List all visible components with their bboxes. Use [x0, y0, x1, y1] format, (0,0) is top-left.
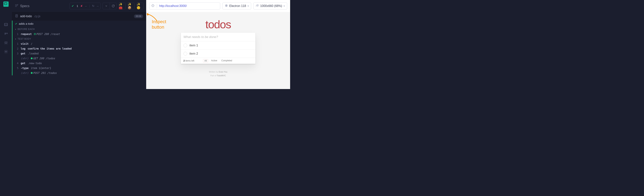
svg-point-12 — [153, 6, 153, 6]
rerun-button[interactable] — [110, 3, 117, 9]
command-row[interactable]: 1 visit / — [12, 41, 146, 46]
wand-package-button[interactable]: ✨📦 — [128, 3, 134, 9]
settings-nav-icon[interactable] — [4, 49, 8, 54]
command-row[interactable]: 5 -type item 1{enter} — [12, 66, 146, 70]
spec-file-row[interactable]: add-todo .cy.js 00:06 — [12, 12, 146, 21]
selector-playground-icon[interactable] — [151, 4, 154, 8]
url-box[interactable]: http://localhost:3000/ — [149, 3, 220, 10]
fail-x-icon: ✘ — [80, 4, 83, 8]
chevron-down-icon: ▾ — [284, 5, 285, 7]
next-test-button[interactable] — [102, 3, 110, 9]
test-title: adds a todo — [19, 22, 33, 25]
pending-icon: ↻ — [92, 4, 94, 8]
test-pass-icon: ✔ — [15, 22, 17, 25]
xhr-row[interactable]: (xhr) POST 201 /todos — [12, 70, 146, 75]
test-body: ✔ adds a todo ▾ BEFORE EACH 1 request PO… — [12, 21, 146, 75]
reporter-header: Specs ✔ 1 ✘ -- | ↻ -- ✨🧰 ✨📦 ✨😊 — [12, 0, 146, 12]
aut-header: http://localhost:3000/ Electron 118 ▾ 10… — [146, 0, 290, 12]
command-row[interactable]: 2 log confirm the items are loaded — [12, 46, 146, 51]
before-each-header[interactable]: ▾ BEFORE EACH — [12, 27, 146, 32]
spec-ext: .cy.js — [34, 15, 40, 18]
pass-check-icon: ✔ — [72, 4, 74, 8]
left-rail — [0, 0, 12, 89]
chevron-down-icon: ▾ — [15, 38, 16, 40]
todos-heading: todos — [206, 18, 231, 31]
pending-count: -- — [97, 5, 99, 8]
wand-toolbox-button[interactable]: ✨🧰 — [118, 3, 126, 9]
svg-point-13 — [226, 6, 226, 6]
file-icon — [15, 14, 18, 18]
items-left: 2 items left — [184, 59, 194, 62]
command-row[interactable]: 4 get .new-todo — [12, 61, 146, 66]
todo-item[interactable]: item 1 — [181, 41, 256, 50]
pass-count: 1 — [77, 5, 78, 8]
svg-marker-17 — [146, 14, 149, 16]
status-dot-icon — [31, 57, 33, 59]
svg-point-7 — [7, 34, 8, 34]
filter-active[interactable]: Active — [210, 59, 218, 62]
test-title-row[interactable]: ✔ adds a todo — [12, 21, 146, 27]
spec-duration: 00:06 — [134, 14, 143, 18]
aut-panel: http://localhost:3000/ Electron 118 ▾ 10… — [146, 0, 290, 89]
browser-picker[interactable]: Electron 118 ▾ — [222, 3, 251, 10]
command-row[interactable]: 3 get .loaded — [12, 51, 146, 56]
viewport-picker[interactable]: 1000x660 (68%) ▾ — [254, 3, 287, 10]
reporter-panel: Specs ✔ 1 ✘ -- | ↻ -- ✨🧰 ✨📦 ✨😊 add-todo … — [12, 0, 146, 89]
runs-nav-icon[interactable] — [4, 31, 8, 36]
electron-icon — [225, 4, 228, 8]
svg-point-14 — [225, 5, 228, 6]
aut-url: http://localhost:3000/ — [159, 4, 187, 8]
todo-item[interactable]: item 2 — [181, 50, 256, 58]
chevron-down-icon: ▾ — [248, 5, 249, 7]
fail-count: -- — [85, 5, 87, 8]
specs-nav-icon[interactable] — [4, 23, 8, 27]
spec-name: add-todo — [20, 15, 32, 18]
filter-all[interactable]: All — [203, 59, 208, 62]
todo-footer: 2 items left All Active Completed — [181, 58, 256, 64]
svg-point-6 — [7, 33, 7, 33]
specs-icon — [14, 4, 18, 8]
svg-point-8 — [5, 42, 7, 44]
todo-checkbox[interactable] — [184, 44, 187, 47]
new-todo-input[interactable]: What needs to be done? — [181, 33, 256, 41]
svg-point-4 — [6, 3, 6, 3]
aut-iframe: Inspect button todos What needs to be do… — [146, 12, 290, 89]
todo-app: What needs to be done? item 1 item 2 2 i… — [181, 33, 256, 64]
svg-point-9 — [6, 51, 6, 52]
svg-point-3 — [5, 3, 6, 3]
test-body-header[interactable]: ▾ TEST BODY — [12, 37, 146, 41]
status-dot-icon — [31, 72, 33, 74]
annotation: Inspect button — [152, 19, 166, 30]
specs-title: Specs — [20, 4, 68, 8]
filter-completed[interactable]: Completed — [220, 59, 233, 62]
inspect-button[interactable]: ✨😊 — [136, 3, 144, 9]
xhr-row[interactable]: (xhr) GET 200 /todos — [12, 56, 146, 61]
credits-project[interactable]: TodoMVC — [217, 74, 226, 77]
debug-nav-icon[interactable] — [4, 40, 8, 45]
scale-icon — [256, 4, 259, 8]
credits: Written by Evan You Part of TodoMVC — [209, 70, 228, 78]
annotation-arrow-icon — [146, 13, 159, 23]
svg-point-2 — [5, 3, 5, 3]
test-stats: ✔ 1 ✘ -- | ↻ -- — [70, 3, 101, 9]
credits-author[interactable]: Evan You — [219, 71, 228, 73]
todo-checkbox[interactable] — [184, 52, 187, 56]
status-dot-icon — [34, 33, 36, 35]
cypress-logo — [3, 2, 8, 7]
chevron-down-icon: ▾ — [15, 28, 16, 30]
svg-rect-5 — [4, 23, 8, 26]
command-row[interactable]: 1 request POST 200 /reset — [12, 32, 146, 37]
